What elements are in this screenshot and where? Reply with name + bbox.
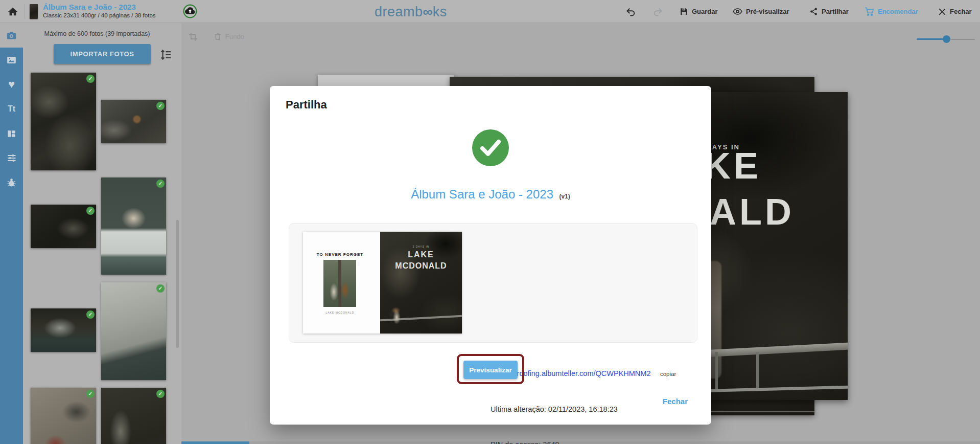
photo-thumbnail[interactable]: ✓ <box>101 388 166 444</box>
layout-icon <box>7 129 16 139</box>
cover-preview-couple <box>386 303 404 329</box>
close-label: Fechar <box>950 8 972 15</box>
cover-title-line1: KE <box>704 147 761 184</box>
cart-icon <box>865 7 874 16</box>
sidebar-item-adjustments[interactable] <box>0 146 23 170</box>
image-icon <box>6 55 17 65</box>
redo-icon <box>652 7 663 17</box>
success-check-icon <box>472 129 509 167</box>
railing-post <box>715 352 718 390</box>
sidebar-item-layouts[interactable] <box>0 121 23 146</box>
order-label: Encomendar <box>878 8 918 15</box>
cloud-upload-icon <box>183 4 197 18</box>
text-tool-icon: Tt <box>8 105 15 113</box>
save-label: Guardar <box>692 8 718 15</box>
photo-used-badge: ✓ <box>156 390 165 398</box>
photo-used-badge: ✓ <box>86 207 95 215</box>
photo-thumbnail[interactable]: ✓ <box>101 282 166 380</box>
close-icon <box>938 8 946 16</box>
save-button[interactable]: Guardar <box>680 0 718 23</box>
import-photos-button[interactable]: IMPORTAR FOTOS <box>54 44 151 64</box>
photo-thumbnail[interactable]: ✓ <box>31 388 96 444</box>
dialog-title: Partilha <box>286 98 327 112</box>
photo-used-badge: ✓ <box>86 75 95 83</box>
photo-thumbnail[interactable]: ✓ <box>31 205 96 248</box>
background-delete-button[interactable]: Fundo <box>214 32 244 41</box>
dialog-close-link[interactable]: Fechar <box>663 397 688 406</box>
photo-limit-label: Máximo de 600 fotos (39 importadas) <box>23 30 171 37</box>
back-page-title: TO NEVER FORGET <box>303 252 377 257</box>
copy-link-button[interactable]: copiar <box>660 371 676 377</box>
share-dialog: Partilha Álbum Sara e João - 2023 (v1) T… <box>270 86 711 425</box>
bug-icon <box>7 178 16 188</box>
camera-icon <box>6 30 17 41</box>
sidebar-item-images[interactable] <box>0 48 23 72</box>
photo-used-badge: ✓ <box>86 390 95 398</box>
photo-library-panel: Máximo de 600 fotos (39 importadas) IMPO… <box>23 23 181 444</box>
back-page-caption: LAKE MCDONALD <box>303 311 377 314</box>
photo-thumbnail[interactable]: ✓ <box>101 177 166 275</box>
save-icon <box>680 7 688 16</box>
photo-used-badge: ✓ <box>156 180 165 188</box>
close-editor-button[interactable]: Fechar <box>938 0 972 23</box>
photo-used-badge: ✓ <box>156 284 165 293</box>
zoom-slider-thumb[interactable] <box>943 35 950 43</box>
photo-thumbnail[interactable]: ✓ <box>31 73 96 170</box>
upload-sync-button[interactable] <box>183 4 197 18</box>
sort-icon <box>159 48 172 61</box>
eye-icon <box>733 7 742 16</box>
sidebar-item-extras[interactable] <box>0 170 23 195</box>
crop-icon <box>188 32 198 42</box>
zoom-slider-track[interactable] <box>950 39 975 40</box>
sort-photos-button[interactable] <box>159 48 172 61</box>
album-title: Álbum Sara e João - 2023 <box>43 3 136 11</box>
book-preview-back-page: TO NEVER FORGET LAKE MCDONALD <box>303 232 377 334</box>
album-cover-thumbnail <box>30 4 38 19</box>
heart-icon: ♥ <box>8 79 15 90</box>
crop-tool-button[interactable] <box>188 32 198 42</box>
cover-preview-line2: MCDONALD <box>380 261 462 271</box>
canvas-horizontal-scrollbar <box>181 441 980 444</box>
top-toolbar: Álbum Sara e João - 2023 Classic 23x31 4… <box>0 0 980 23</box>
red-annotation-highlight <box>457 354 524 384</box>
redo-button[interactable] <box>652 0 663 23</box>
share-icon <box>809 7 818 16</box>
divider <box>25 4 25 19</box>
sidebar-item-text[interactable]: Tt <box>0 97 23 121</box>
preview-button[interactable]: Pré-visualizar <box>733 0 789 23</box>
trash-icon <box>214 32 222 41</box>
album-version-badge: (v1) <box>559 193 570 200</box>
book-preview-cover: 2 DAYS IN LAKE MCDONALD <box>380 232 462 334</box>
undo-button[interactable] <box>626 0 636 23</box>
preview-label: Pré-visualizar <box>746 8 789 15</box>
photo-panel-scrollbar[interactable] <box>176 220 179 348</box>
infinity-glyph: ∞ <box>423 4 433 19</box>
zoom-slider-track-filled[interactable] <box>917 38 945 40</box>
shared-album-title: Álbum Sara e João - 2023 <box>411 187 553 201</box>
background-label: Fundo <box>225 33 244 40</box>
cover-preview-line1: LAKE <box>380 250 462 259</box>
home-button[interactable] <box>7 6 18 17</box>
photo-thumbnail[interactable]: ✓ <box>101 100 166 143</box>
sidebar-item-favorites[interactable]: ♥ <box>0 72 23 97</box>
home-icon <box>7 6 18 17</box>
photo-thumbnail[interactable]: ✓ <box>31 308 96 352</box>
share-label: Partilhar <box>822 8 849 15</box>
last-modified-text: Ultima alteração: 02/11/2023, 16:18:23 <box>491 405 618 413</box>
sidebar-item-photos[interactable] <box>0 23 23 48</box>
share-info-card: TO NEVER FORGET LAKE MCDONALD 2 DAYS IN … <box>289 223 697 343</box>
railing-post <box>756 352 759 390</box>
dreambooks-logo: dreamb∞ks <box>375 4 447 20</box>
photo-used-badge: ✓ <box>156 102 165 110</box>
cover-preview-kicker: 2 DAYS IN <box>380 245 462 248</box>
shared-album-title-line: Álbum Sara e João - 2023 (v1) <box>270 187 711 202</box>
undo-icon <box>626 7 636 17</box>
sliders-icon <box>7 153 17 163</box>
horizontal-scrollbar-thumb[interactable] <box>181 441 249 444</box>
share-button[interactable]: Partilhar <box>809 0 849 23</box>
book-preview-image: TO NEVER FORGET LAKE MCDONALD 2 DAYS IN … <box>303 232 462 334</box>
order-button[interactable]: Encomendar <box>865 0 918 23</box>
back-page-photo <box>323 260 356 307</box>
tool-sidebar: ♥ Tt <box>0 23 23 444</box>
photo-used-badge: ✓ <box>86 310 95 319</box>
